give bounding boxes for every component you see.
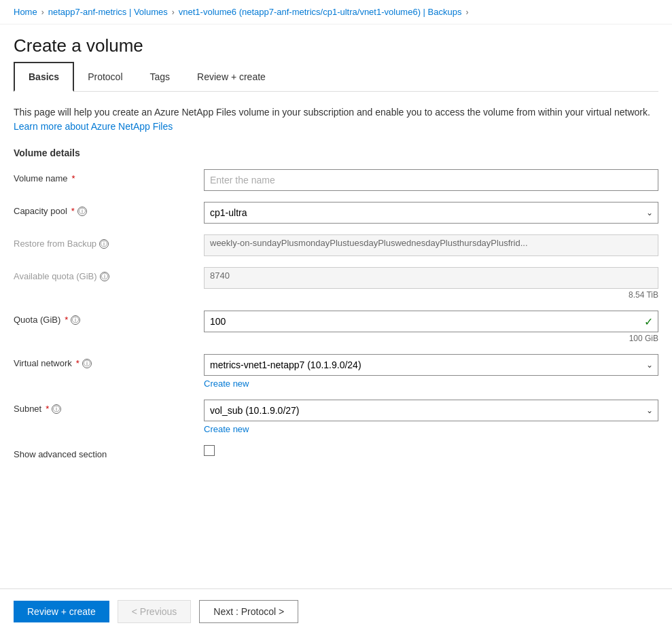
show-advanced-row: Show advanced section [14, 445, 658, 459]
available-quota-control: 8740 8.54 TiB [204, 267, 658, 300]
volume-name-required: * [72, 173, 75, 183]
volume-name-input[interactable] [204, 169, 658, 191]
subnet-label: Subnet * ⓘ [14, 400, 204, 414]
quota-hint: 100 GiB [204, 334, 658, 343]
breadcrumb-sep-2: › [172, 7, 175, 17]
tab-protocol[interactable]: Protocol [74, 62, 136, 91]
show-advanced-label: Show advanced section [14, 445, 204, 459]
tab-tags[interactable]: Tags [137, 62, 184, 91]
breadcrumb: Home › netapp7-anf-metrics | Volumes › v… [0, 0, 672, 24]
page-header: Create a volume [0, 24, 672, 62]
virtual-network-row: Virtual network * ⓘ metrics-vnet1-netapp… [14, 354, 658, 389]
breadcrumb-sep-3: › [465, 7, 468, 17]
section-title: Volume details [14, 147, 658, 158]
virtual-network-control: metrics-vnet1-netapp7 (10.1.9.0/24) ⌄ Cr… [204, 354, 658, 389]
subnet-select[interactable]: vol_sub (10.1.9.0/27) [204, 400, 658, 421]
virtual-network-info-icon[interactable]: ⓘ [82, 359, 92, 368]
restore-backup-info-icon[interactable]: ⓘ [99, 239, 109, 249]
virtual-network-required: * [76, 358, 79, 368]
quota-row: Quota (GiB) * ⓘ ✓ 100 GiB [14, 311, 658, 343]
capacity-pool-row: Capacity pool * ⓘ cp1-ultra ⌄ [14, 202, 658, 224]
tab-review-create[interactable]: Review + create [183, 62, 279, 91]
virtual-network-create-new-link[interactable]: Create new [204, 378, 249, 389]
restore-backup-value: weekly-on-sundayPlusmondayPlustuesdayPlu… [204, 234, 658, 256]
available-quota-hint: 8.54 TiB [204, 290, 658, 300]
volume-name-control [204, 169, 658, 191]
show-advanced-control [204, 445, 658, 456]
subnet-create-new-link[interactable]: Create new [204, 424, 249, 434]
quota-input-wrapper: ✓ [204, 311, 658, 332]
quota-input[interactable] [204, 311, 658, 332]
restore-backup-label: Restore from Backup ⓘ [14, 234, 204, 249]
available-quota-row: Available quota (GiB) ⓘ 8740 8.54 TiB [14, 267, 658, 300]
available-quota-value: 8740 [204, 267, 658, 289]
capacity-pool-select[interactable]: cp1-ultra [204, 202, 658, 224]
breadcrumb-backups[interactable]: vnet1-volume6 (netapp7-anf-metrics/cp1-u… [179, 7, 462, 17]
breadcrumb-sep-1: › [41, 7, 44, 17]
volume-name-label: Volume name * [14, 169, 204, 183]
subnet-select-wrapper: vol_sub (10.1.9.0/27) ⌄ [204, 400, 658, 421]
quota-required: * [65, 315, 68, 325]
volume-name-row: Volume name * [14, 169, 658, 191]
virtual-network-label: Virtual network * ⓘ [14, 354, 204, 368]
restore-backup-control: weekly-on-sundayPlusmondayPlustuesdayPlu… [204, 234, 658, 256]
main-content: Basics Protocol Tags Review + create Thi… [0, 62, 672, 552]
subnet-required: * [46, 404, 49, 414]
subnet-row: Subnet * ⓘ vol_sub (10.1.9.0/27) ⌄ Creat… [14, 400, 658, 434]
capacity-pool-control: cp1-ultra ⌄ [204, 202, 658, 224]
capacity-pool-label: Capacity pool * ⓘ [14, 202, 204, 216]
subnet-info-icon[interactable]: ⓘ [52, 404, 61, 414]
available-quota-label: Available quota (GiB) ⓘ [14, 267, 204, 281]
capacity-pool-required: * [71, 206, 75, 216]
tab-basics[interactable]: Basics [14, 62, 74, 92]
show-advanced-checkbox-wrapper [204, 445, 658, 456]
show-advanced-checkbox[interactable] [204, 445, 215, 456]
restore-backup-row: Restore from Backup ⓘ weekly-on-sundayPl… [14, 234, 658, 256]
virtual-network-select[interactable]: metrics-vnet1-netapp7 (10.1.9.0/24) [204, 354, 658, 376]
capacity-pool-info-icon[interactable]: ⓘ [77, 207, 87, 216]
capacity-pool-select-wrapper: cp1-ultra ⌄ [204, 202, 658, 224]
tabs-container: Basics Protocol Tags Review + create [14, 62, 658, 92]
virtual-network-select-wrapper: metrics-vnet1-netapp7 (10.1.9.0/24) ⌄ [204, 354, 658, 376]
breadcrumb-home[interactable]: Home [14, 7, 37, 17]
quota-info-icon[interactable]: ⓘ [71, 315, 80, 325]
quota-control: ✓ 100 GiB [204, 311, 658, 343]
quota-label: Quota (GiB) * ⓘ [14, 311, 204, 325]
available-quota-info-icon[interactable]: ⓘ [100, 272, 109, 281]
breadcrumb-volumes[interactable]: netapp7-anf-metrics | Volumes [48, 7, 168, 17]
description-text: This page will help you create an Azure … [14, 105, 658, 134]
subnet-control: vol_sub (10.1.9.0/27) ⌄ Create new [204, 400, 658, 434]
learn-more-link[interactable]: Learn more about Azure NetApp Files [14, 121, 173, 132]
page-title: Create a volume [14, 35, 658, 56]
